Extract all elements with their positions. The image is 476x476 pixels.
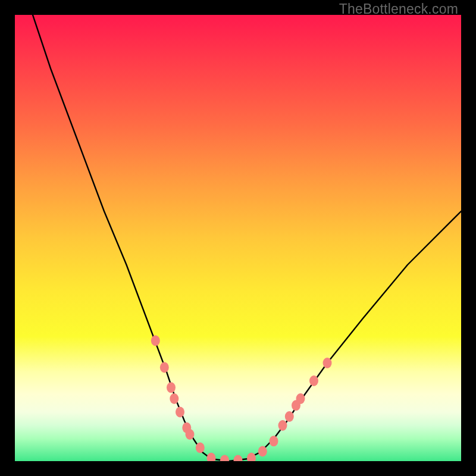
svg-point-12: [258, 446, 267, 457]
svg-point-2: [167, 382, 176, 393]
svg-point-19: [323, 358, 332, 368]
svg-point-10: [234, 455, 243, 462]
svg-point-7: [196, 443, 205, 453]
svg-point-18: [309, 375, 318, 386]
svg-point-17: [296, 393, 305, 404]
svg-point-14: [278, 420, 287, 431]
svg-point-1: [160, 362, 169, 373]
svg-point-8: [207, 453, 216, 461]
svg-point-9: [220, 455, 229, 462]
chart-svg: [15, 15, 461, 461]
svg-point-4: [176, 407, 184, 418]
svg-point-3: [170, 393, 178, 404]
watermark-label: TheBottleneck.com: [339, 1, 458, 17]
bottleneck-curve: [33, 15, 461, 461]
chart-plot-area: [15, 15, 461, 461]
svg-point-15: [285, 411, 294, 422]
chart-frame: TheBottleneck.com: [0, 0, 476, 476]
svg-point-13: [270, 436, 278, 446]
svg-point-6: [186, 429, 195, 440]
svg-point-11: [247, 453, 256, 461]
highlight-dots: [151, 336, 332, 462]
svg-point-0: [151, 336, 160, 346]
